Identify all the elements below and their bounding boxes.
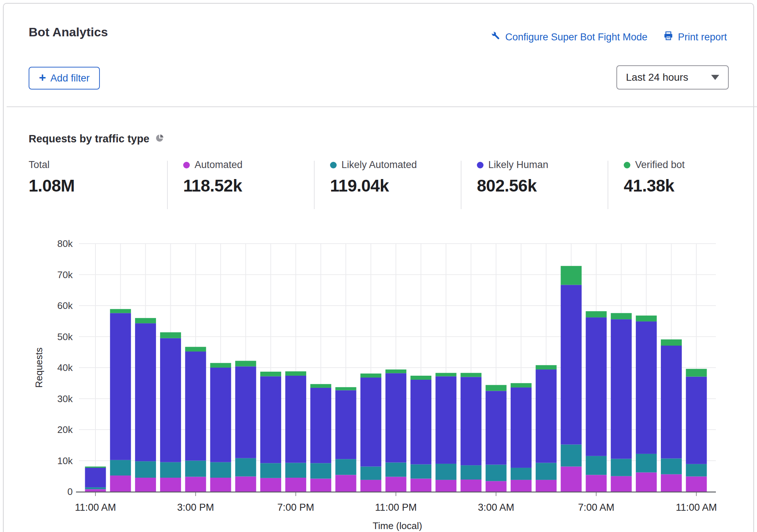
page-title: Bot Analytics	[29, 25, 108, 39]
bar-segment	[636, 321, 657, 454]
bar-segment	[561, 266, 582, 285]
y-axis-title: Requests	[33, 347, 44, 388]
bar-segment	[385, 463, 406, 477]
section-heading: Requests by traffic type	[29, 133, 164, 145]
requests-by-traffic-type-chart: 010k20k30k40k50k60k70k80k11:00 AM3:00 PM…	[26, 235, 731, 532]
add-filter-button[interactable]: + Add filter	[29, 67, 100, 90]
bar-segment	[361, 467, 381, 480]
pie-chart-icon	[155, 133, 164, 145]
bar-segment	[285, 478, 306, 492]
x-axis-title: Time (local)	[373, 520, 422, 531]
bar-segment	[260, 372, 281, 376]
header-divider	[7, 106, 757, 107]
bar-segment	[636, 454, 657, 473]
stat-divider	[167, 161, 168, 209]
bar-segment	[160, 332, 181, 338]
stats-row: Total 1.08M Automated 118.52k Likely Aut…	[4, 159, 757, 211]
bar-segment	[361, 378, 381, 467]
bar-segment	[511, 480, 532, 492]
x-axis-tick-label: 3:00 AM	[478, 502, 514, 513]
print-report-link[interactable]: Print report	[663, 31, 727, 43]
bar-segment	[536, 480, 557, 492]
stat-likely-automated-label: Likely Automated	[341, 159, 417, 171]
bar-segment	[235, 477, 256, 492]
bar-segment	[461, 377, 482, 465]
bar-segment	[285, 376, 306, 463]
bar-segment	[361, 480, 381, 492]
bar-segment	[235, 367, 256, 458]
bar-segment	[661, 339, 682, 346]
configure-link-label: Configure Super Bot Fight Mode	[505, 32, 647, 43]
time-range-value: Last 24 hours	[626, 72, 688, 83]
bar-segment	[461, 465, 482, 480]
x-axis-tick-label: 11:00 AM	[676, 502, 717, 513]
wrench-icon	[491, 31, 501, 43]
bar-segment	[611, 459, 632, 476]
stat-likely-automated-value: 119.04k	[330, 176, 417, 196]
bar-segment	[410, 464, 431, 479]
bar-segment	[361, 374, 381, 378]
bar-segment	[210, 462, 231, 478]
bar-segment	[336, 475, 356, 492]
time-range-dropdown[interactable]: Last 24 hours	[616, 65, 729, 90]
bar-segment	[260, 463, 281, 478]
bar-segment	[210, 368, 231, 462]
bar-segment	[210, 363, 231, 368]
bar-segment	[310, 388, 331, 463]
bar-segment	[661, 346, 682, 459]
bar-segment	[611, 476, 632, 492]
bar-segment	[110, 475, 131, 492]
bar-segment	[410, 380, 431, 464]
bar-segment	[561, 285, 582, 444]
bar-segment	[260, 376, 281, 463]
y-axis-tick-label: 60k	[57, 300, 73, 311]
bar-segment	[435, 480, 456, 492]
bar-segment	[686, 464, 707, 477]
bar-segment	[461, 480, 482, 492]
bar-segment	[285, 463, 306, 478]
bar-segment	[511, 383, 532, 387]
bar-segment	[285, 371, 306, 376]
bar-segment	[435, 464, 456, 480]
likely-human-legend-dot	[477, 162, 483, 168]
bar-segment	[85, 468, 106, 487]
bar-segment	[410, 376, 431, 380]
stat-divider	[461, 161, 461, 209]
x-axis-tick-label: 11:00 PM	[375, 502, 417, 513]
automated-legend-dot	[183, 162, 190, 168]
bar-segment	[636, 316, 657, 321]
bar-segment	[235, 361, 256, 366]
bar-segment	[486, 464, 507, 481]
stat-verified-bot-label: Verified bot	[635, 159, 685, 171]
bar-segment	[310, 479, 331, 492]
bar-segment	[336, 390, 356, 459]
bar-segment	[536, 463, 557, 480]
stat-automated-value: 118.52k	[183, 176, 243, 196]
bar-segment	[486, 391, 507, 464]
bar-segment	[235, 458, 256, 477]
stat-likely-automated: Likely Automated 119.04k	[330, 159, 417, 196]
add-filter-label: Add filter	[50, 73, 90, 84]
stat-divider	[608, 161, 608, 209]
bar-segment	[135, 478, 156, 492]
bar-segment	[336, 459, 356, 475]
x-axis-tick-label: 7:00 PM	[277, 502, 314, 513]
bar-segment	[661, 474, 682, 492]
bar-segment	[135, 318, 156, 323]
bar-segment	[536, 369, 557, 463]
bar-segment	[435, 373, 456, 376]
bar-segment	[611, 313, 632, 319]
stat-automated-label: Automated	[195, 159, 243, 171]
stat-total: Total 1.08M	[29, 159, 75, 196]
bar-segment	[561, 467, 582, 492]
verified-bot-legend-dot	[624, 162, 630, 168]
stat-likely-human-label: Likely Human	[488, 159, 548, 171]
bar-segment	[385, 477, 406, 492]
configure-super-bot-fight-mode-link[interactable]: Configure Super Bot Fight Mode	[491, 31, 647, 43]
bar-segment	[686, 477, 707, 492]
bar-segment	[85, 487, 106, 489]
bar-segment	[85, 467, 106, 468]
bar-segment	[586, 475, 607, 492]
bar-segment	[461, 373, 482, 377]
bar-segment	[185, 347, 206, 351]
